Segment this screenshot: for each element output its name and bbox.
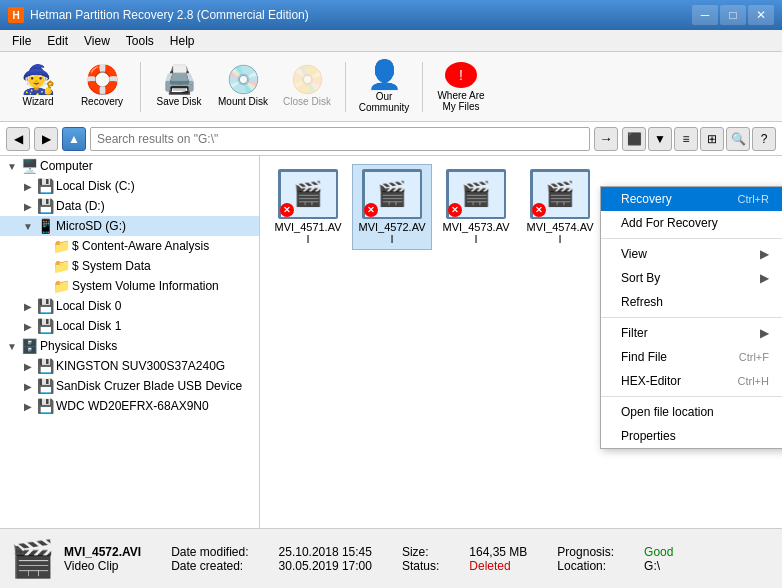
ctx-recovery[interactable]: Recovery Ctrl+R: [601, 187, 782, 211]
expand-data-d[interactable]: ▶: [20, 198, 36, 214]
tree-item-physical-disks[interactable]: ▼ 🗄️ Physical Disks: [0, 336, 259, 356]
back-button[interactable]: ◀: [6, 127, 30, 151]
toolbar-separator-3: [422, 62, 423, 112]
ctx-properties[interactable]: Properties: [601, 424, 782, 448]
our-community-button[interactable]: 👤 Our Community: [354, 57, 414, 117]
ctx-hex-label: HEX-Editor: [621, 374, 681, 388]
tree-item-sandisk[interactable]: ▶ 💾 SanDisk Cruzer Blade USB Device: [0, 376, 259, 396]
mount-disk-button[interactable]: 💿 Mount Disk: [213, 57, 273, 117]
file-name-3: MVI_4573.AVI: [441, 221, 511, 245]
wizard-icon: 🧙: [21, 66, 56, 94]
expand-sys-vol[interactable]: [36, 278, 52, 294]
go-button[interactable]: →: [594, 127, 618, 151]
tree-item-computer[interactable]: ▼ 🖥️ Computer: [0, 156, 259, 176]
tree-item-microsd[interactable]: ▼ 📱 MicroSD (G:): [0, 216, 259, 236]
view-icon-3[interactable]: ⊞: [700, 127, 724, 151]
menu-view[interactable]: View: [76, 32, 118, 50]
wizard-button[interactable]: 🧙 Wizard: [8, 57, 68, 117]
menu-tools[interactable]: Tools: [118, 32, 162, 50]
ctx-sort-by[interactable]: Sort By ▶: [601, 266, 782, 290]
expand-computer[interactable]: ▼: [4, 158, 20, 174]
ctx-hex-shortcut: Ctrl+H: [738, 375, 769, 387]
ctx-filter[interactable]: Filter ▶: [601, 321, 782, 345]
where-files-button[interactable]: ! Where Are My Files: [431, 57, 491, 117]
status-size-values: 164,35 MB Deleted: [469, 545, 527, 573]
ctx-filter-label: Filter: [621, 326, 648, 340]
sidebar: ▼ 🖥️ Computer ▶ 💾 Local Disk (C:) ▶ 💾 Da…: [0, 156, 260, 528]
content-aware-icon: 📁: [52, 238, 70, 254]
status-file-icon: 🎬: [10, 537, 54, 581]
menu-bar: File Edit View Tools Help: [0, 30, 782, 52]
menu-help[interactable]: Help: [162, 32, 203, 50]
file-item-mvi4571[interactable]: 🎬 ✕ MVI_4571.AVI: [268, 164, 348, 250]
ctx-find-file[interactable]: Find File Ctrl+F: [601, 345, 782, 369]
tree-item-content-aware[interactable]: 📁 $ Content-Aware Analysis: [0, 236, 259, 256]
tree-item-system-data[interactable]: 📁 $ System Data: [0, 256, 259, 276]
ctx-add-recovery[interactable]: Add For Recovery: [601, 211, 782, 235]
filter-icon[interactable]: ▼: [648, 127, 672, 151]
minimize-button[interactable]: ─: [692, 5, 718, 25]
data-d-icon: 💾: [36, 198, 54, 214]
ctx-recovery-label: Recovery: [621, 192, 672, 206]
view-icon-2[interactable]: ≡: [674, 127, 698, 151]
status-prognosis-values: Good G:\: [644, 545, 673, 573]
status-size-field: Size: Status:: [402, 545, 439, 573]
expand-local-c[interactable]: ▶: [20, 178, 36, 194]
status-status-val: Deleted: [469, 559, 527, 573]
file-item-mvi4572[interactable]: 🎬 ✕ MVI_4572.AVI: [352, 164, 432, 250]
expand-microsd[interactable]: ▼: [20, 218, 36, 234]
view-icon-1[interactable]: ⬛: [622, 127, 646, 151]
kingston-icon: 💾: [36, 358, 54, 374]
ctx-hex-editor[interactable]: HEX-Editor Ctrl+H: [601, 369, 782, 393]
forward-button[interactable]: ▶: [34, 127, 58, 151]
expand-physical[interactable]: ▼: [4, 338, 20, 354]
window-controls: ─ □ ✕: [692, 5, 774, 25]
wdc-icon: 💾: [36, 398, 54, 414]
recovery-button[interactable]: 🛟 Recovery: [72, 57, 132, 117]
expand-local-0[interactable]: ▶: [20, 298, 36, 314]
ctx-recovery-shortcut: Ctrl+R: [738, 193, 769, 205]
tree-item-kingston[interactable]: ▶ 💾 KINGSTON SUV300S37A240G: [0, 356, 259, 376]
status-filename: MVI_4572.AVI: [64, 545, 141, 559]
tree-item-local-disk-c[interactable]: ▶ 💾 Local Disk (C:): [0, 176, 259, 196]
status-location-val: G:\: [644, 559, 673, 573]
tree-item-data-d[interactable]: ▶ 💾 Data (D:): [0, 196, 259, 216]
expand-kingston[interactable]: ▶: [20, 358, 36, 374]
tree-label-local-c: Local Disk (C:): [56, 179, 135, 193]
expand-wdc[interactable]: ▶: [20, 398, 36, 414]
tree-item-system-volume[interactable]: 📁 System Volume Information: [0, 276, 259, 296]
help-icon[interactable]: ?: [752, 127, 776, 151]
tree-item-wdc[interactable]: ▶ 💾 WDC WD20EFRX-68AX9N0: [0, 396, 259, 416]
file-item-mvi4573[interactable]: 🎬 ✕ MVI_4573.AVI: [436, 164, 516, 250]
expand-sys-data[interactable]: [36, 258, 52, 274]
expand-sandisk[interactable]: ▶: [20, 378, 36, 394]
microsd-icon: 📱: [36, 218, 54, 234]
status-date-modified-val: 25.10.2018 15:45: [279, 545, 372, 559]
tree-label-computer: Computer: [40, 159, 93, 173]
status-size-label: Size:: [402, 545, 439, 559]
maximize-button[interactable]: □: [720, 5, 746, 25]
menu-file[interactable]: File: [4, 32, 39, 50]
save-disk-button[interactable]: 🖨️ Save Disk: [149, 57, 209, 117]
status-row-top: MVI_4572.AVI Video Clip Date modified: D…: [64, 545, 772, 573]
expand-local-1[interactable]: ▶: [20, 318, 36, 334]
close-button[interactable]: ✕: [748, 5, 774, 25]
expand-content[interactable]: [36, 238, 52, 254]
system-volume-icon: 📁: [52, 278, 70, 294]
status-date-modified-field: Date modified: Date created:: [171, 545, 248, 573]
up-button[interactable]: ▲: [62, 127, 86, 151]
ctx-view[interactable]: View ▶: [601, 242, 782, 266]
tree-label-kingston: KINGSTON SUV300S37A240G: [56, 359, 225, 373]
menu-edit[interactable]: Edit: [39, 32, 76, 50]
search-input[interactable]: Search results on "G:\": [90, 127, 590, 151]
ctx-open-location[interactable]: Open file location: [601, 400, 782, 424]
tree-item-local-disk-0[interactable]: ▶ 💾 Local Disk 0: [0, 296, 259, 316]
ctx-refresh[interactable]: Refresh: [601, 290, 782, 314]
wizard-label: Wizard: [22, 96, 53, 107]
file-item-mvi4574[interactable]: 🎬 ✕ MVI_4574.AVI: [520, 164, 600, 250]
tree-item-local-disk-1[interactable]: ▶ 💾 Local Disk 1: [0, 316, 259, 336]
ctx-separator-2: [601, 317, 782, 318]
search-icon[interactable]: 🔍: [726, 127, 750, 151]
error-badge-4: ✕: [532, 203, 546, 217]
recovery-icon: 🛟: [85, 66, 120, 94]
